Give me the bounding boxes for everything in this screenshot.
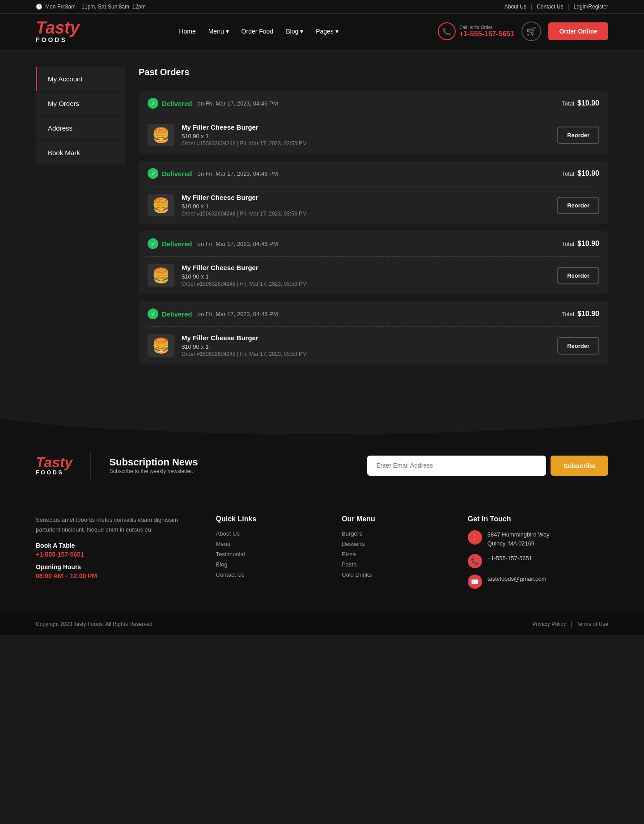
footer-bottom-links: Privacy Policy | Terms of Use [532, 620, 608, 628]
footer-about-text: Senectus amet lobortis metus convallis e… [36, 515, 198, 535]
footer-divider: | [570, 620, 572, 628]
reorder-button[interactable]: Reorder [557, 337, 599, 355]
reorder-button[interactable]: Reorder [557, 127, 599, 144]
sidebar: My Account My Orders Address Book Mark [36, 67, 125, 372]
quick-link[interactable]: Testimonial [216, 551, 324, 558]
quick-link[interactable]: Contact Us [216, 571, 324, 578]
menu-link[interactable]: Pasta [342, 561, 450, 568]
quick-link[interactable]: Menu [216, 541, 324, 547]
topbar-contact-link[interactable]: Contact Us [537, 4, 563, 10]
quick-link[interactable]: Blog [216, 561, 324, 568]
order-item-name: My Filler Cheese Burger [182, 264, 550, 271]
header: Tasty FOODS Home Menu ▾ Order Food Blog … [0, 14, 644, 49]
order-item-price: $10.90 x 1 [182, 133, 550, 139]
order-item-price: $10.90 x 1 [182, 273, 550, 280]
delivered-text: Delivered [162, 240, 192, 248]
main-content: My Account My Orders Address Book Mark P… [0, 49, 644, 389]
order-item: 🍔 My Filler Cheese Burger $10.90 x 1 Ord… [139, 327, 608, 364]
order-card: ✓ Delivered on Fri, Mar 17, 2023, 04:46 … [139, 91, 608, 154]
opening-hours-label: Opening Hours [36, 563, 198, 570]
sidebar-item-my-account[interactable]: My Account [36, 67, 125, 91]
sidebar-item-bookmark[interactable]: Book Mark [36, 141, 125, 165]
footer-grid: Senectus amet lobortis metus convallis e… [36, 515, 608, 595]
reorder-button[interactable]: Reorder [557, 197, 599, 214]
order-item-price: $10.90 x 1 [182, 203, 550, 210]
terms-of-use-link[interactable]: Terms of Use [576, 621, 608, 627]
nav-pages[interactable]: Pages ▾ [316, 28, 339, 35]
order-item-meta: Order #150632604248 | Fri, Mar 17, 2023,… [182, 281, 550, 287]
cart-button[interactable]: 🛒 [521, 21, 541, 41]
order-item-meta: Order #150632604248 | Fri, Mar 17, 2023,… [182, 211, 550, 217]
topbar-about-link[interactable]: About Us [504, 4, 526, 10]
order-item-info: My Filler Cheese Burger $10.90 x 1 Order… [182, 334, 550, 357]
check-icon: ✓ [148, 238, 158, 249]
newsletter-form: Subscribe [216, 456, 608, 476]
order-item-name: My Filler Cheese Burger [182, 194, 550, 201]
contact-phone-item: 📞 +1-555-157-5651 [468, 554, 608, 568]
nav-order-food[interactable]: Order Food [242, 28, 274, 35]
order-card: ✓ Delivered on Fri, Mar 17, 2023, 04:46 … [139, 231, 608, 294]
order-item: 🍔 My Filler Cheese Burger $10.90 x 1 Ord… [139, 116, 608, 154]
menu-link[interactable]: Desserts [342, 541, 450, 547]
delivered-date: on Fri, Mar 17, 2023, 04:46 PM [198, 311, 278, 317]
logo[interactable]: Tasty FOODS [36, 19, 80, 43]
opening-hours-time: 08:00 AM – 12:00 PM [36, 572, 198, 579]
order-item-meta: Order #150632604248 | Fri, Mar 17, 2023,… [182, 140, 550, 147]
burger-icon: 🍔 [152, 267, 170, 284]
quick-link[interactable]: About Us [216, 530, 324, 537]
orders-container: ✓ Delivered on Fri, Mar 17, 2023, 04:46 … [139, 91, 608, 364]
our-menu-title: Our Menu [342, 515, 450, 523]
newsletter-logo[interactable]: Tasty FOODS [36, 455, 72, 476]
quick-links-title: Quick Links [216, 515, 324, 523]
order-total-amount: $10.90 [577, 169, 599, 177]
contact-address: 3847 Hummingbird WayQuincy, MA 02169 [487, 530, 550, 548]
sidebar-item-my-orders[interactable]: My Orders [36, 92, 125, 115]
order-online-button[interactable]: Order Online [548, 22, 608, 40]
order-total: Total: $10.90 [562, 169, 599, 177]
privacy-policy-link[interactable]: Privacy Policy [532, 621, 566, 627]
order-item-price: $10.90 x 1 [182, 343, 550, 350]
delivered-badge: ✓ Delivered on Fri, Mar 17, 2023, 04:46 … [148, 168, 278, 179]
book-table-phone: +1-555-157-5651 [36, 551, 198, 558]
logo-tasty: Tasty [36, 19, 80, 36]
location-icon: 📍 [468, 530, 482, 545]
contact-email-item: ✉️ tastyfoods@gmail.com [468, 575, 608, 589]
menu-link[interactable]: Pizza [342, 551, 450, 558]
order-total-amount: $10.90 [577, 99, 599, 107]
get-in-touch-title: Get In Touch [468, 515, 608, 523]
reorder-button[interactable]: Reorder [557, 267, 599, 284]
newsletter-section: Tasty FOODS Subscription News Subscribe … [0, 434, 644, 497]
newsletter-title: Subscription News [109, 456, 198, 468]
footer-wave [0, 407, 644, 434]
wave-divider [0, 407, 644, 434]
topbar-login-link[interactable]: Login/Register [574, 4, 608, 10]
subscribe-button[interactable]: Subscribe [551, 456, 608, 476]
order-item-image: 🍔 [148, 124, 174, 146]
footer-quick-links-col: Quick Links About UsMenuTestimonialBlogC… [216, 515, 324, 595]
footer-bottom: Copyright 2023 Tasty Foods. All Rights R… [0, 613, 644, 635]
email-input[interactable] [367, 456, 546, 476]
order-header: ✓ Delivered on Fri, Mar 17, 2023, 04:46 … [139, 91, 608, 116]
order-item-name: My Filler Cheese Burger [182, 334, 550, 342]
sidebar-item-address[interactable]: Address [36, 116, 125, 140]
nav-blog[interactable]: Blog ▾ [286, 28, 303, 35]
footer-our-menu-col: Our Menu BurgersDessertsPizzaPastaCold D… [342, 515, 450, 595]
our-menu-container: BurgersDessertsPizzaPastaCold Drinks [342, 530, 450, 578]
footer-main: Senectus amet lobortis metus convallis e… [0, 497, 644, 613]
menu-link[interactable]: Cold Drinks [342, 571, 450, 578]
orders-title: Past Orders [139, 67, 608, 82]
delivered-text: Delivered [162, 170, 192, 177]
newsletter-text: Subscription News Subscribe to the weekl… [109, 456, 198, 474]
phone-number: +1-555-157-5651 [459, 30, 514, 38]
orders-section: Past Orders ✓ Delivered on Fri, Mar 17, … [139, 67, 608, 372]
nav-menu[interactable]: Menu ▾ [208, 28, 229, 35]
delivered-text: Delivered [162, 100, 192, 107]
order-item-meta: Order #150632604248 | Fri, Mar 17, 2023,… [182, 351, 550, 357]
nav-home[interactable]: Home [179, 28, 195, 35]
order-item-name: My Filler Cheese Burger [182, 123, 550, 131]
order-total-amount: $10.90 [577, 310, 599, 317]
topbar-divider2: | [568, 4, 569, 10]
check-icon: ✓ [148, 168, 158, 179]
order-item-image: 🍔 [148, 334, 174, 357]
menu-link[interactable]: Burgers [342, 530, 450, 537]
